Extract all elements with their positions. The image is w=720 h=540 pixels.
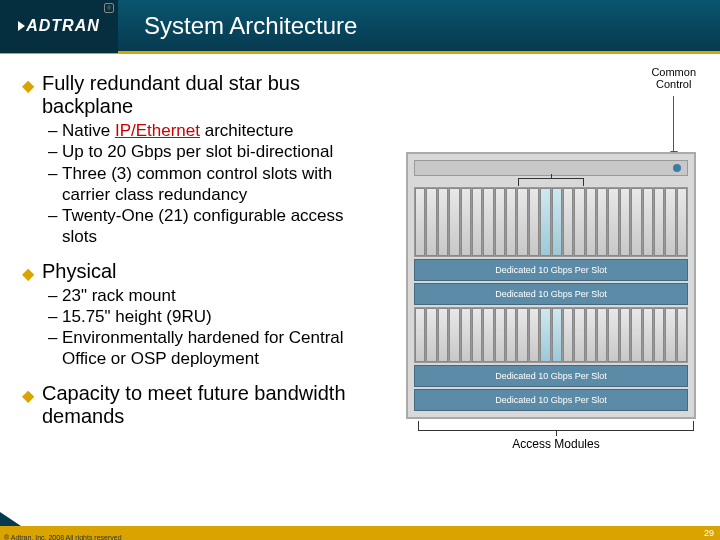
arrow-icon (673, 96, 674, 156)
sub-bullets-2: 23" rack mount 15.75" height (9RU) Envir… (22, 285, 374, 370)
page-number: 29 (704, 526, 714, 540)
slide-title: System Architecture (144, 12, 357, 40)
sub-access-slots: Twenty-One (21) configurable access slot… (48, 205, 374, 248)
access-modules-annotation: Access Modules (406, 437, 706, 451)
footer-bar: ® Adtran, Inc. 2008 All rights reserved … (0, 526, 720, 540)
registered-icon: ® (104, 3, 114, 13)
bullet-physical: ◆Physical (22, 260, 374, 283)
bullet-backpane: ◆Fully redundant dual star bus backplane (22, 72, 374, 118)
band-label-2: Dedicated 10 Gbps Per Slot (414, 283, 688, 305)
bullet-capacity: ◆Capacity to meet future bandwidth deman… (22, 382, 374, 428)
band-label-3: Dedicated 10 Gbps Per Slot (414, 365, 688, 387)
band-label-4: Dedicated 10 Gbps Per Slot (414, 389, 688, 411)
slot-row-2 (414, 307, 688, 363)
sub-native-ip: Native IP/Ethernet architecture (48, 120, 374, 141)
brace-icon (418, 421, 694, 431)
adtran-logo: ADTRAN (18, 17, 100, 35)
sub-rack-mount: 23" rack mount (48, 285, 374, 306)
sub-bullets-1: Native IP/Ethernet architecture Up to 20… (22, 120, 374, 248)
common-control-annotation: Common Control (651, 66, 696, 90)
slide-body: Common Control ◆Fully redundant dual sta… (0, 54, 720, 428)
copyright-text: ® Adtran, Inc. 2008 All rights reserved (0, 534, 122, 540)
slot-row (414, 187, 688, 257)
slide-header: ADTRAN ® System Architecture (0, 0, 720, 54)
sub-height: 15.75" height (9RU) (48, 306, 374, 327)
band-label-1: Dedicated 10 Gbps Per Slot (414, 259, 688, 281)
brace-icon (518, 178, 584, 186)
sub-hardened: Environmentally hardened for Central Off… (48, 327, 374, 370)
chassis-diagram: Dedicated 10 Gbps Per Slot Dedicated 10 … (406, 152, 706, 451)
sub-20gbps: Up to 20 Gbps per slot bi-directional (48, 141, 374, 162)
sub-control-slots: Three (3) common control slots with carr… (48, 163, 374, 206)
chassis-frame: Dedicated 10 Gbps Per Slot Dedicated 10 … (406, 152, 696, 419)
logo-box: ADTRAN ® (0, 0, 118, 53)
